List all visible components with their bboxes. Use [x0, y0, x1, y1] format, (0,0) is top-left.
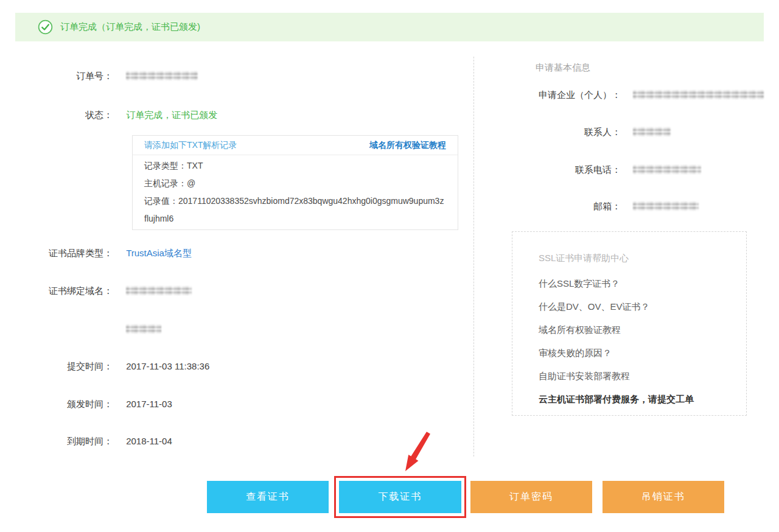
order-detail-page: 订单完成（订单完成，证书已颁发) 订单号： 状态： 订单完成，证书已颁发 请添加…: [0, 0, 779, 532]
check-circle-icon: [38, 19, 53, 35]
status-row: 状态： 订单完成，证书已颁发: [15, 109, 466, 121]
issue-time-value: 2017-11-03: [126, 399, 172, 409]
email-value-redacted: [633, 201, 699, 211]
help-link-install-guide[interactable]: 自助证书安装部署教程: [539, 370, 740, 382]
email-row: 邮箱：: [481, 200, 761, 212]
column-divider: [473, 57, 474, 457]
txt-record-body: 记录类型：TXT 主机记录：@ 记录值：201711020338352svhzb…: [133, 155, 458, 228]
txt-record-title: 请添加如下TXT解析记录: [144, 140, 237, 151]
issue-time-row: 颁发时间： 2017-11-03: [15, 398, 466, 410]
expire-time-value: 2018-11-04: [126, 436, 172, 446]
help-link-dv-ov-ev[interactable]: 什么是DV、OV、EV证书？: [539, 301, 740, 312]
ssl-help-title: SSL证书申请帮助中心: [539, 252, 740, 264]
email-label: 邮箱：: [481, 200, 621, 212]
submit-time-label: 提交时间：: [15, 360, 113, 372]
order-password-button[interactable]: 订单密码: [470, 481, 592, 513]
annotation-arrow-icon: [402, 431, 431, 474]
contact-label: 联系人：: [481, 126, 621, 138]
phone-label: 联系电话：: [481, 164, 621, 175]
contact-value-redacted: [633, 127, 671, 136]
help-link-what-is-ssl[interactable]: 什么SSL数字证书？: [539, 278, 740, 289]
domain-verify-tutorial-link[interactable]: 域名所有权验证教程: [369, 140, 446, 151]
view-cert-button[interactable]: 查看证书: [207, 481, 329, 513]
cert-domain-label: 证书绑定域名：: [15, 285, 113, 296]
txt-record-box: 请添加如下TXT解析记录 域名所有权验证教程 记录类型：TXT 主机记录：@ 记…: [132, 135, 458, 230]
record-type-line: 记录类型：TXT: [144, 157, 446, 175]
ssl-help-box: SSL证书申请帮助中心 什么SSL数字证书？ 什么是DV、OV、EV证书？ 域名…: [512, 231, 747, 416]
submit-time-row: 提交时间： 2017-11-03 11:38:36: [15, 360, 466, 372]
order-number-label: 订单号：: [15, 70, 113, 82]
expire-time-row: 到期时间： 2018-11-04: [15, 435, 466, 447]
cert-domain-value-redacted: [126, 286, 192, 295]
cert-brand-row: 证书品牌类型： TrustAsia域名型: [15, 247, 466, 259]
apply-info-title: 申请基本信息: [536, 61, 590, 73]
contact-row: 联系人：: [481, 126, 761, 138]
cert-domain-row-2: [15, 323, 466, 335]
company-label: 申请企业（个人）：: [481, 89, 621, 100]
cert-domain-value-2-redacted: [126, 324, 161, 334]
phone-row: 联系电话：: [481, 164, 761, 175]
status-label: 状态：: [15, 109, 113, 121]
download-cert-button[interactable]: 下载证书: [339, 481, 461, 513]
cert-brand-link[interactable]: TrustAsia域名型: [126, 248, 192, 258]
submit-time-value: 2017-11-03 11:38:36: [126, 361, 209, 371]
host-record-line: 主机记录：@: [144, 175, 446, 192]
phone-value-redacted: [633, 165, 701, 174]
order-status-text: 订单完成（订单完成，证书已颁发): [60, 21, 200, 33]
issue-time-label: 颁发时间：: [15, 398, 113, 410]
help-link-review-fail[interactable]: 审核失败的原因？: [539, 347, 740, 359]
order-status-banner: 订单完成（订单完成，证书已颁发): [15, 13, 764, 41]
cert-brand-label: 证书品牌类型：: [15, 247, 113, 259]
highlight-frame: 下载证书: [334, 476, 466, 518]
company-value-redacted: [633, 90, 764, 99]
help-link-domain-verify[interactable]: 域名所有权验证教程: [539, 324, 740, 335]
txt-record-box-header: 请添加如下TXT解析记录 域名所有权验证教程: [133, 136, 458, 155]
cert-domain-row: 证书绑定域名：: [15, 285, 466, 296]
record-value-line: 记录值：201711020338352svhzbiomd72x83bqwgu42…: [144, 192, 446, 228]
order-number-row: 订单号：: [15, 70, 466, 82]
company-row: 申请企业（个人）：: [481, 89, 761, 100]
expire-time-label: 到期时间：: [15, 435, 113, 447]
status-value: 订单完成，证书已颁发: [126, 110, 217, 120]
help-link-paid-deploy[interactable]: 云主机证书部署付费服务，请提交工单: [539, 393, 740, 405]
revoke-cert-button[interactable]: 吊销证书: [603, 481, 724, 513]
order-number-value-redacted: [126, 71, 198, 80]
